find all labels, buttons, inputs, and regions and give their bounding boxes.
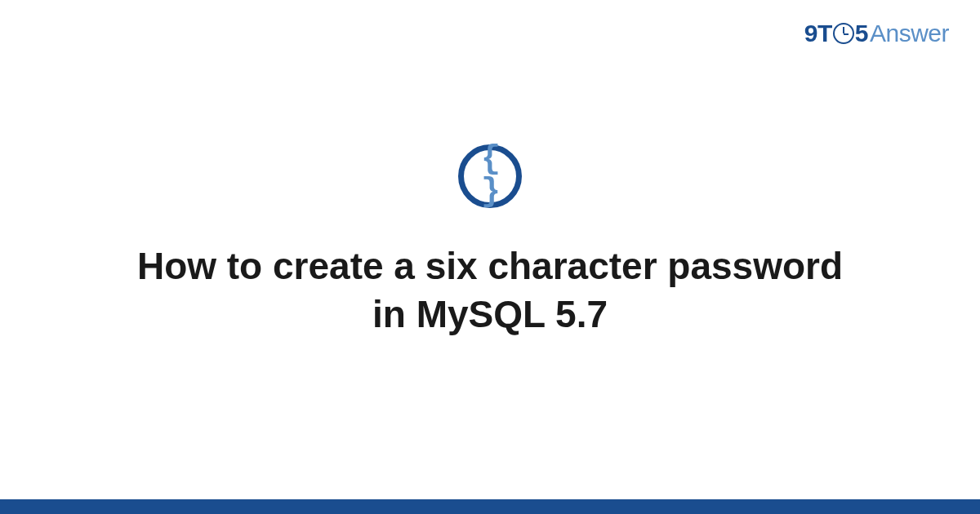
logo-text-5: 5 [855,20,868,47]
logo-text-9t: 9T [804,20,832,47]
braces-glyph: { } [464,144,516,209]
code-braces-icon: { } [458,144,522,208]
main-content: { } How to create a six character passwo… [0,144,980,339]
footer-bar [0,499,980,514]
page-title: How to create a six character password i… [122,242,858,339]
site-logo: 9T 5 Answer [804,20,949,47]
clock-icon [833,23,854,44]
logo-text-answer: Answer [870,20,949,47]
